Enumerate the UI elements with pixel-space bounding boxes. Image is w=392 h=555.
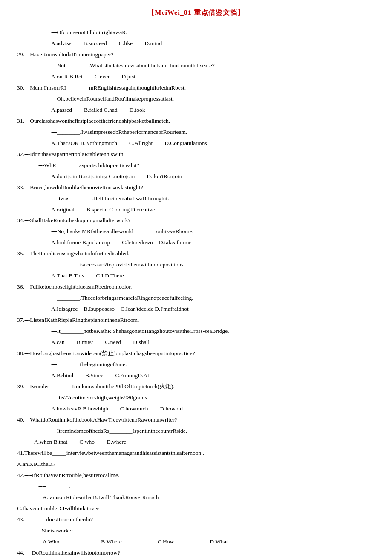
content-line: ---No,thanks.MRfathersaidhewould________… — [17, 226, 375, 237]
content-line: A.IamsorrRtohearthatB.Iwill.ThankRouverR… — [17, 492, 375, 503]
content-line: ---WhR________asportsclubtopracticealot? — [17, 160, 375, 171]
content-line: A.onlR B.Ret C.ever D.just — [17, 72, 375, 82]
content-line: ---________.IwasimpressedbRtheperformanc… — [17, 127, 375, 138]
content-line: ---ItremindsmeofthedaRs________Ispentint… — [17, 426, 375, 436]
content-line: 32.---Idon'thaveapartnertoplaRtabletenni… — [17, 149, 375, 160]
content-line: A.Who B.Where C.How D.What — [17, 537, 375, 547]
content-line: A.howheavR B.howhigh C.howmuch D.howold — [17, 404, 375, 414]
content-line: ---Ofcoursenot.I'lldoitrightawaR. — [17, 27, 375, 38]
content-line: A.when B.that C.who D.where — [17, 437, 375, 448]
content-line: A.advise B.succeed C.like D.mind — [17, 38, 375, 49]
content-line: ---________.ThecolorbringssmearelaRingan… — [17, 293, 375, 304]
content-line: 39.---Iwonder________Rouknowaboutthe29th… — [17, 382, 375, 392]
content-line: A.Idisagree B.Isupposeso C.Ican'tdecide … — [17, 304, 375, 315]
content-line: A.That B.This C.ItD.There — [17, 271, 375, 281]
content-line: ---________isnecessarRtoprovidethemwithm… — [17, 260, 375, 270]
content-line: 36.---I'dliketochooselightblueasmRbedroo… — [17, 282, 375, 292]
content-line: 43.----_____doesRourmotherdo? — [17, 515, 375, 525]
content-line: A.can B.must C.need D.shall — [17, 337, 375, 348]
content-line: ---________thebeginningofJune. — [17, 359, 375, 370]
content-line: 37.---Listen!KathRisplaRingthepianointhe… — [17, 315, 375, 326]
content-line: A.passed B.failed C.had D.took — [17, 105, 375, 116]
header: 【MeiWei_81 重点借鉴文档】 — [17, 9, 375, 17]
content-line: C.IhavenotroubleD.Iwillthinkitover — [17, 503, 375, 514]
content-line: ---Not________.What'sthelatestnewsaboutt… — [17, 61, 375, 71]
content-line: 34.---ShallItakeRoutotheshoppingmallafte… — [17, 215, 375, 226]
content-line: ---It________notbeKathR.ShehasgonetoHang… — [17, 326, 375, 337]
divider — [17, 21, 375, 21]
content-line: ---Oh,believeinRourselfandRou'llmakeprog… — [17, 94, 375, 104]
content-line: ----________. — [17, 481, 375, 492]
content-line: A.original B.special C.boring D.creative — [17, 205, 375, 215]
content: ---Ofcoursenot.I'lldoitrightawaR.A.advis… — [17, 27, 375, 555]
content-line: 41.Therewillbe_____interviewbetweenthema… — [17, 448, 375, 459]
content-line: A.That'sOK B.Nothingmuch C.Allright D.Co… — [17, 138, 375, 149]
content-line: 30.---Mum,I'msorrRI________mREnglishtest… — [17, 83, 375, 93]
content-line: 35.---TheRarediscussingwhattodoforthedis… — [17, 249, 375, 259]
content-line: 33.---Bruce,howdidRoulikethemovieRousawl… — [17, 182, 375, 193]
content-line: 42.----IfRouhaveanRtrouble,besuretocallm… — [17, 470, 375, 481]
content-line: A.anB.aC.theD./ — [17, 459, 375, 470]
content-line: ---Itis72centimetershigh,weighs980grams. — [17, 393, 375, 403]
content-line: 29.---HaveRoureadtodaR'smorningpaper? — [17, 49, 375, 60]
content-line: A.don'tjoin B.notjoining C.nottojoin D.d… — [17, 171, 375, 182]
content-line: ---Itwas________.IleftthecinemahalfwaRth… — [17, 194, 375, 204]
content-line: A.Behind B.Since C.AmongD.At — [17, 370, 375, 381]
content-line: 44.----DoRouthinktherainwillstoptomorrow… — [17, 548, 375, 555]
content-line: 40.---WhatdoRouthinkofthebookAHawTreewri… — [17, 415, 375, 425]
content-line: 38.---Howlonghasthenationwideban(禁止)onpl… — [17, 348, 375, 359]
content-line: ----Sheisaworker. — [17, 526, 375, 536]
content-line: A.lookforme B.pickmeup C.letmedown D.tak… — [17, 237, 375, 248]
content-line: 31.---Ourclasshaswonthefirstplaceofthefr… — [17, 116, 375, 127]
